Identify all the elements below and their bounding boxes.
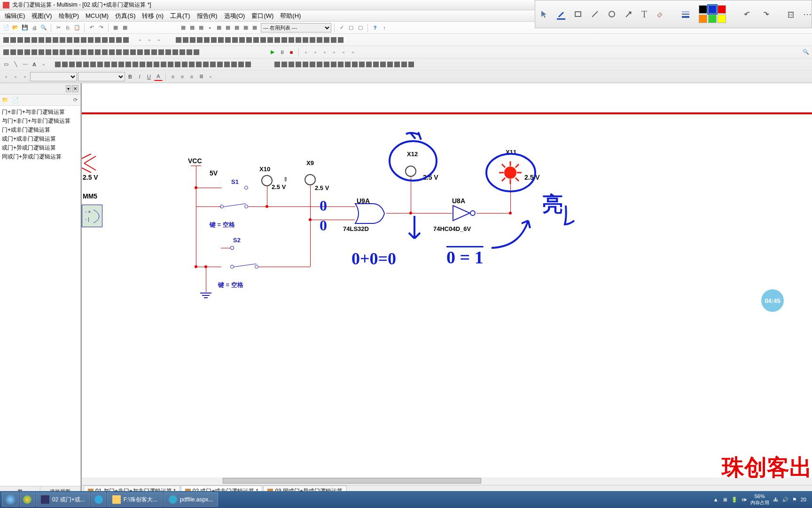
instr-icon[interactable]: [154, 62, 159, 67]
shape-rect-icon[interactable]: ▭: [2, 60, 10, 69]
instr-icon[interactable]: [303, 62, 308, 67]
size-select[interactable]: [78, 72, 125, 81]
paste-icon[interactable]: 📋: [73, 24, 81, 32]
delete-icon[interactable]: [787, 8, 795, 20]
instr-icon[interactable]: [231, 62, 237, 67]
tray-icon[interactable]: ▲: [713, 497, 718, 502]
task-multisim[interactable]: 02 或门+或...: [36, 492, 90, 507]
instr-icon[interactable]: [83, 62, 89, 67]
instr-icon[interactable]: [76, 62, 82, 67]
tool-icon[interactable]: ▫: [330, 48, 338, 56]
color-icon[interactable]: A: [154, 72, 163, 81]
instr-icon[interactable]: [224, 62, 230, 67]
rect-tool-icon[interactable]: [574, 8, 582, 20]
instr-icon[interactable]: [289, 37, 294, 43]
instr-icon[interactable]: [324, 62, 329, 67]
shape-text-icon[interactable]: A: [30, 60, 39, 69]
instr-icon[interactable]: [387, 62, 393, 67]
instr-icon[interactable]: [53, 37, 58, 43]
menu-tools[interactable]: 工具(T): [167, 11, 193, 21]
instr-icon[interactable]: [238, 62, 244, 67]
instr-icon[interactable]: [172, 49, 178, 55]
instr-icon[interactable]: [24, 37, 30, 43]
instr-icon[interactable]: [194, 49, 199, 55]
instr-icon[interactable]: [97, 62, 103, 67]
instr-icon[interactable]: [211, 37, 217, 43]
instr-icon[interactable]: [55, 62, 61, 67]
task-app[interactable]: [91, 492, 106, 507]
instr-icon[interactable]: [303, 37, 308, 43]
probe-x9[interactable]: [304, 174, 316, 185]
instr-icon[interactable]: [39, 37, 44, 43]
instr-icon[interactable]: [180, 49, 185, 55]
stroke-width-icon[interactable]: [681, 8, 690, 20]
instr-icon[interactable]: [331, 62, 336, 67]
instr-icon[interactable]: [267, 37, 273, 43]
more-icon[interactable]: ⋯: [803, 8, 812, 20]
tree-item[interactable]: 或门+异或门逻辑运算: [1, 143, 79, 152]
tool-icon[interactable]: ↑: [380, 24, 389, 32]
menu-edit[interactable]: 编辑(E): [2, 11, 28, 21]
instr-icon[interactable]: [3, 49, 9, 55]
comp-icon[interactable]: ▦: [179, 24, 187, 32]
instr-icon[interactable]: [90, 62, 96, 67]
comp-icon[interactable]: ▦: [242, 24, 250, 32]
instr-icon[interactable]: [408, 62, 414, 67]
design-tree[interactable]: 门+非门+与非门逻辑运算 与门+非门+与非门逻辑运算 门+或非门逻辑运算 或门+…: [0, 106, 80, 486]
tool-icon[interactable]: ✓: [337, 24, 346, 32]
menu-draw[interactable]: 绘制(P): [56, 11, 82, 21]
tool-icon[interactable]: ▫: [145, 36, 154, 44]
instr-icon[interactable]: [39, 49, 44, 55]
instr-icon[interactable]: [317, 37, 322, 43]
instr-icon[interactable]: [31, 37, 37, 43]
color-black[interactable]: [699, 5, 707, 14]
comp-icon[interactable]: ▦: [224, 24, 232, 32]
cursor-tool-icon[interactable]: [540, 8, 548, 20]
instr-icon[interactable]: [189, 62, 195, 67]
instr-icon[interactable]: [116, 37, 122, 43]
close-icon[interactable]: ✕: [72, 85, 78, 92]
start-button[interactable]: [2, 492, 19, 507]
menu-transfer[interactable]: 转移 (n): [139, 11, 166, 21]
pen-tool-icon[interactable]: [557, 8, 565, 20]
instr-icon[interactable]: [46, 49, 51, 55]
shape-curve-icon[interactable]: 〰: [21, 60, 29, 69]
instr-icon[interactable]: [95, 37, 101, 43]
menu-help[interactable]: 帮助(H): [277, 11, 304, 21]
tool-icon[interactable]: ▫: [11, 72, 20, 81]
tool-icon[interactable]: ▦: [121, 24, 129, 32]
instr-icon[interactable]: [104, 62, 110, 67]
instr-icon[interactable]: [60, 49, 65, 55]
system-tray[interactable]: ▲ 🖥 🔋 🕪 56% 内存占用 🖧 🔊 ⚑ 20: [710, 493, 810, 505]
probe-x10[interactable]: [261, 175, 273, 186]
comp-icon[interactable]: ▦: [215, 24, 223, 32]
tool-icon[interactable]: ▫: [206, 72, 215, 81]
menu-mcu[interactable]: MCU(M): [83, 11, 111, 20]
instr-icon[interactable]: [210, 62, 216, 67]
tree-item[interactable]: 或门+或非门逻辑运算: [1, 135, 79, 143]
instr-icon[interactable]: [373, 62, 379, 67]
comp-icon[interactable]: ▪: [206, 24, 214, 32]
pause-icon[interactable]: ⏸: [278, 48, 286, 56]
tool-icon[interactable]: ▫: [302, 48, 310, 56]
tool-icon[interactable]: ▫: [339, 48, 348, 56]
comp-icon[interactable]: ▦: [250, 24, 259, 32]
instr-icon[interactable]: [225, 37, 231, 43]
instr-icon[interactable]: [69, 62, 75, 67]
instr-icon[interactable]: [3, 37, 9, 43]
not-gate[interactable]: [451, 204, 477, 222]
tool-icon[interactable]: ▢: [347, 24, 355, 32]
tree-item[interactable]: 同或门+异或门逻辑运算: [1, 152, 79, 161]
instr-icon[interactable]: [81, 49, 86, 55]
instr-icon[interactable]: [394, 62, 400, 67]
menu-window[interactable]: 窗口(W): [249, 11, 276, 21]
instr-icon[interactable]: [182, 62, 187, 67]
instr-icon[interactable]: [17, 37, 23, 43]
inuse-list-select[interactable]: --- 在用列表 ---: [261, 23, 331, 32]
pin-icon[interactable]: ▾: [66, 85, 71, 92]
zoom-icon[interactable]: 🔍: [802, 48, 810, 56]
schematic-canvas[interactable]: 2.5 V MM5 ◦ +◦ | VCC 5V S1: [81, 83, 812, 497]
instr-icon[interactable]: [338, 62, 344, 67]
instr-icon[interactable]: [246, 37, 252, 43]
instr-icon[interactable]: [317, 62, 322, 67]
